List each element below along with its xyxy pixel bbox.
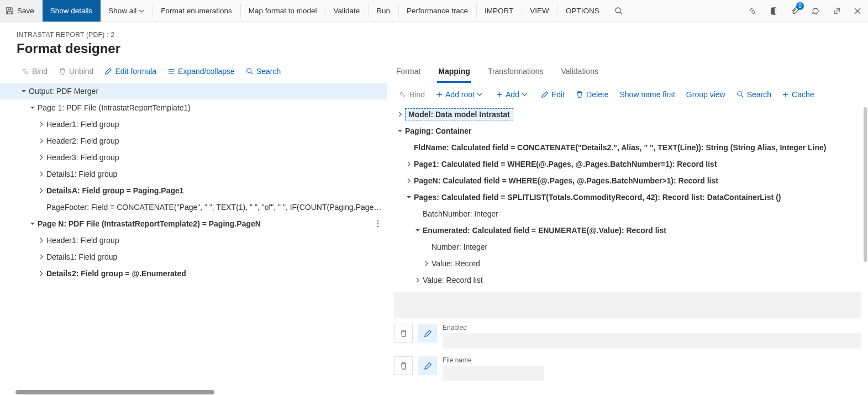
tree-row[interactable]: Details1: Field group: [0, 166, 387, 182]
edit-property-button[interactable]: [418, 324, 437, 343]
tree-row[interactable]: Header1: Field group: [0, 232, 387, 249]
delete-property-button[interactable]: [394, 356, 413, 375]
expander[interactable]: [19, 86, 29, 96]
tree-row[interactable]: Enumerated: Calculated field = ENUMERATE…: [387, 222, 868, 239]
top-command-bar: Save Show details Show all Format enumer…: [0, 0, 868, 22]
add-root-button[interactable]: Add root: [430, 83, 491, 106]
trash-icon: [59, 67, 66, 75]
edit-formula-button[interactable]: Edit formula: [99, 60, 162, 83]
expander[interactable]: [36, 136, 46, 146]
tree-row[interactable]: Header3: Field group: [0, 149, 387, 166]
more-icon[interactable]: [372, 215, 383, 232]
tab-transformations[interactable]: Transformations: [479, 60, 553, 83]
tree-row[interactable]: PageFooter: Field = CONCATENATE("Page", …: [0, 199, 387, 215]
expander[interactable]: [36, 119, 46, 129]
pencil-icon: [424, 329, 432, 338]
expander[interactable]: [395, 109, 405, 119]
tab-format[interactable]: Format: [387, 60, 429, 83]
vertical-scrollbar[interactable]: [862, 106, 868, 395]
save-button[interactable]: Save: [0, 0, 43, 22]
tree-label: Page 1: PDF File (IntrastatReportTemplat…: [38, 103, 191, 112]
import-button[interactable]: IMPORT: [477, 0, 522, 22]
tree-row[interactable]: BatchNumber: Integer: [387, 206, 868, 222]
filename-input[interactable]: [443, 366, 544, 381]
svg-point-2: [247, 69, 251, 73]
map-format-to-model-button[interactable]: Map format to model: [241, 0, 325, 22]
search-button-left[interactable]: Search: [240, 60, 286, 83]
office-button[interactable]: [763, 0, 784, 22]
tab-mapping[interactable]: Mapping: [429, 60, 479, 83]
tree-row[interactable]: Page 1: PDF File (IntrastatReportTemplat…: [0, 99, 387, 116]
plus-icon: [496, 91, 503, 98]
group-view-button[interactable]: Group view: [681, 83, 731, 106]
plus-icon: [436, 91, 443, 98]
tree-row[interactable]: Number: Integer: [387, 239, 868, 255]
tree-row[interactable]: Pages: Calculated field = SPLITLIST(Tota…: [387, 189, 868, 206]
validate-button[interactable]: Validate: [325, 0, 368, 22]
tree-row[interactable]: Header2: Field group: [0, 133, 387, 149]
tree-row[interactable]: Output: PDF Merger: [0, 83, 387, 99]
expander[interactable]: [422, 259, 432, 268]
show-name-first-button[interactable]: Show name first: [614, 83, 680, 106]
delete-button[interactable]: Delete: [570, 83, 614, 106]
close-button[interactable]: [847, 0, 868, 22]
tab-validations[interactable]: Validations: [553, 60, 607, 83]
scrollbar-thumb[interactable]: [864, 107, 867, 262]
show-details-button[interactable]: Show details: [43, 0, 101, 22]
bind-button[interactable]: Bind: [15, 60, 53, 83]
tree-row[interactable]: Paging: Container: [387, 123, 868, 139]
expand-collapse-button[interactable]: Expand/collapse: [162, 60, 240, 83]
pencil-icon: [541, 91, 549, 98]
link-icon-button[interactable]: [742, 0, 763, 22]
expander[interactable]: [404, 192, 414, 202]
show-all-button[interactable]: Show all: [101, 0, 152, 22]
scrollbar-thumb[interactable]: [15, 390, 214, 394]
format-enumerations-button[interactable]: Format enumerations: [153, 0, 240, 22]
expander[interactable]: [28, 219, 38, 229]
tree-row[interactable]: Details2: Field group = @.Enumerated: [0, 265, 387, 282]
unbind-button[interactable]: Unbind: [53, 60, 99, 83]
attachments-button[interactable]: 0: [784, 0, 805, 22]
expander[interactable]: [404, 176, 414, 186]
bind-button-right[interactable]: Bind: [393, 83, 430, 106]
expander[interactable]: [36, 169, 46, 179]
chevron-down-icon: [406, 194, 412, 200]
tree-row[interactable]: Model: Data model Intrastat: [387, 106, 868, 123]
tree-row[interactable]: Value: Record: [387, 255, 868, 272]
expander[interactable]: [36, 268, 46, 278]
tree-row[interactable]: FldName: Calculated field = CONCATENATE(…: [387, 139, 868, 156]
tree-row[interactable]: PageN: Calculated field = WHERE(@.Pages,…: [387, 172, 868, 189]
tree-row[interactable]: Page N: PDF File (IntrastatReportTemplat…: [0, 215, 387, 232]
enabled-input[interactable]: [443, 333, 861, 349]
tree-row[interactable]: Details1: Field group: [0, 249, 387, 265]
tree-row[interactable]: Value: Record list: [387, 272, 868, 288]
expander[interactable]: [28, 103, 38, 113]
expander[interactable]: [395, 126, 405, 136]
tree-row[interactable]: DetailsA: Field group = Paging.Page1: [0, 182, 387, 199]
refresh-button[interactable]: [805, 0, 826, 22]
expander[interactable]: [413, 275, 423, 285]
expander[interactable]: [36, 252, 46, 262]
cache-button[interactable]: Cache: [777, 83, 819, 106]
add-button[interactable]: Add: [491, 83, 535, 106]
delete-property-button[interactable]: [394, 324, 413, 343]
expander[interactable]: [404, 159, 414, 169]
enabled-label: Enabled: [443, 324, 861, 331]
expander[interactable]: [36, 235, 46, 245]
expander[interactable]: [413, 225, 423, 235]
edit-property-button[interactable]: [418, 356, 437, 375]
options-button[interactable]: OPTIONS: [558, 0, 608, 22]
edit-button[interactable]: Edit: [535, 83, 570, 106]
performance-trace-button[interactable]: Performance trace: [399, 0, 476, 22]
search-button[interactable]: [608, 0, 629, 22]
tree-label: DetailsA: Field group = Paging.Page1: [46, 186, 184, 195]
run-button[interactable]: Run: [369, 0, 398, 22]
popout-button[interactable]: [826, 0, 847, 22]
search-button-right[interactable]: Search: [731, 83, 777, 106]
tree-row[interactable]: Header1: Field group: [0, 116, 387, 133]
horizontal-scrollbar[interactable]: [15, 389, 387, 395]
view-button[interactable]: VIEW: [522, 0, 557, 22]
expander[interactable]: [36, 186, 46, 196]
tree-row[interactable]: Page1: Calculated field = WHERE(@.Pages,…: [387, 156, 868, 172]
expander[interactable]: [36, 152, 46, 162]
